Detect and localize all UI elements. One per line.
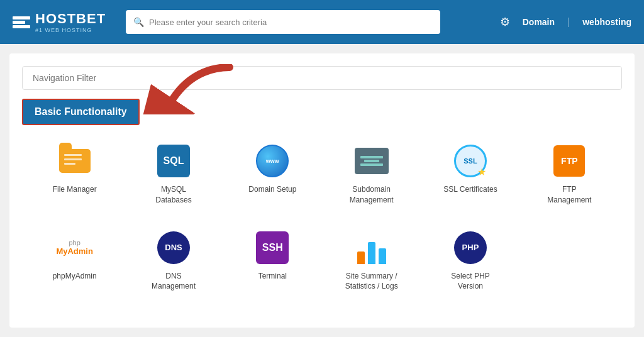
file-manager-item[interactable]: File Manager	[28, 133, 121, 213]
phpmyadmin-item[interactable]: php MyAdmin phpMyAdmin	[28, 219, 121, 300]
section-header-wrapper: Basic Functionality	[22, 99, 622, 125]
ssl-label: SSL Certificates	[443, 184, 497, 195]
php-version-label: Select PHPVersion	[451, 271, 489, 292]
file-manager-label: File Manager	[53, 184, 97, 195]
phpmyadmin-icon: php MyAdmin	[57, 229, 93, 266]
ftp-item[interactable]: FTP FTPManagement	[523, 133, 616, 213]
php-version-icon: PHP	[452, 229, 489, 266]
ftp-label: FTPManagement	[547, 184, 591, 206]
dns-item[interactable]: DNS DNSManagement	[127, 219, 219, 300]
nav-divider: |	[567, 16, 570, 28]
search-bar[interactable]: 🔍	[126, 10, 440, 34]
mysql-label: MySQLDatabases	[155, 184, 191, 206]
terminal-item[interactable]: SSH Terminal	[226, 219, 319, 300]
search-input[interactable]	[149, 18, 433, 27]
main-content: Basic Functionality	[9, 53, 635, 328]
search-icon: 🔍	[133, 17, 144, 27]
icons-grid: File Manager SQL MySQLDatabases www Doma…	[22, 133, 622, 299]
logo-text: HOSTBET #1 WEB HOSTING	[35, 11, 106, 33]
subdomain-icon	[353, 143, 390, 179]
ssl-item[interactable]: SSL ★ SSL Certificates	[424, 133, 516, 213]
php-version-item[interactable]: PHP Select PHPVersion	[424, 219, 516, 300]
logo-bar-2	[13, 21, 25, 24]
ftp-icon: FTP	[551, 143, 587, 179]
stats-item[interactable]: Site Summary /Statistics / Logs	[325, 219, 418, 300]
nav-domain[interactable]: Domain	[523, 17, 555, 27]
stats-label: Site Summary /Statistics / Logs	[345, 271, 398, 292]
logo-bar-3	[13, 25, 30, 28]
subdomain-label: SubdomainManagement	[350, 184, 394, 206]
logo-area: HOSTBET #1 WEB HOSTING	[13, 11, 113, 33]
phpmyadmin-label: phpMyAdmin	[53, 271, 97, 282]
section-title: Basic Functionality	[22, 99, 140, 125]
ssl-icon: SSL ★	[452, 143, 489, 179]
logo-subtitle: #1 WEB HOSTING	[35, 27, 106, 33]
header-nav: ⚙ Domain | webhosting	[500, 15, 631, 29]
terminal-label: Terminal	[258, 271, 287, 282]
subdomain-item[interactable]: SubdomainManagement	[325, 133, 418, 213]
domain-setup-label: Domain Setup	[248, 184, 296, 195]
domain-setup-item[interactable]: www Domain Setup	[226, 133, 319, 213]
dns-label: DNSManagement	[152, 271, 196, 292]
mysql-icon: SQL	[155, 143, 192, 179]
terminal-icon: SSH	[254, 229, 291, 266]
logo-title: HOSTBET	[35, 11, 106, 27]
dns-icon: DNS	[155, 229, 192, 266]
navigation-filter-input[interactable]	[22, 66, 622, 90]
domain-setup-icon: www	[254, 143, 291, 179]
header: HOSTBET #1 WEB HOSTING 🔍 ⚙ Domain | webh…	[0, 0, 644, 44]
file-manager-icon	[57, 143, 93, 179]
logo-icon	[13, 16, 30, 28]
mysql-item[interactable]: SQL MySQLDatabases	[127, 133, 219, 213]
stats-icon	[353, 229, 390, 266]
nav-webhosting[interactable]: webhosting	[582, 17, 631, 27]
gear-icon[interactable]: ⚙	[500, 15, 510, 29]
logo-bar-1	[13, 16, 30, 19]
